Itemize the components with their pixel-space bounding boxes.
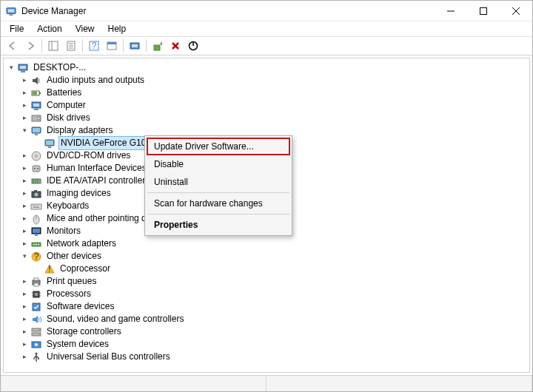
disable-button[interactable] bbox=[184, 38, 202, 54]
chevron-down-icon[interactable]: ▾ bbox=[20, 126, 29, 135]
chevron-right-icon[interactable]: ▸ bbox=[20, 328, 29, 337]
usb-icon bbox=[30, 351, 42, 363]
tree-label: Monitors bbox=[45, 225, 82, 237]
hid-icon bbox=[30, 163, 42, 175]
svg-rect-64 bbox=[36, 244, 37, 245]
tree-category[interactable]: ▸Universal Serial Bus controllers bbox=[7, 351, 529, 363]
chevron-right-icon[interactable]: ▸ bbox=[20, 315, 29, 324]
uninstall-button[interactable] bbox=[167, 38, 184, 54]
ctx-disable[interactable]: Disable bbox=[147, 155, 290, 173]
svg-rect-28 bbox=[33, 92, 37, 95]
chevron-right-icon[interactable]: ▸ bbox=[20, 227, 29, 236]
tree-category[interactable]: ▸Storage controllers bbox=[7, 325, 529, 338]
menu-view[interactable]: View bbox=[70, 22, 101, 36]
svg-rect-38 bbox=[46, 141, 53, 145]
menu-action[interactable]: Action bbox=[31, 22, 67, 36]
ctx-update-driver[interactable]: Update Driver Software... bbox=[147, 138, 290, 155]
tree-category[interactable]: ▸Computer bbox=[7, 99, 529, 112]
ctx-scan[interactable]: Scan for hardware changes bbox=[147, 195, 290, 212]
warn-icon: ! bbox=[44, 263, 56, 275]
chevron-right-icon[interactable]: ▸ bbox=[20, 189, 29, 198]
menu-help[interactable]: Help bbox=[102, 22, 133, 36]
svg-text:?: ? bbox=[34, 251, 39, 262]
close-button[interactable] bbox=[500, 1, 532, 21]
chevron-right-icon[interactable]: ▸ bbox=[20, 202, 29, 211]
chevron-right-icon[interactable]: ▸ bbox=[20, 114, 29, 123]
imaging-icon bbox=[30, 188, 42, 200]
svg-point-86 bbox=[33, 358, 35, 359]
svg-rect-63 bbox=[33, 244, 35, 245]
show-hide-console-tree-button[interactable] bbox=[44, 38, 62, 54]
help-button[interactable]: ? bbox=[85, 38, 103, 54]
view-button[interactable] bbox=[103, 38, 121, 54]
svg-rect-35 bbox=[33, 128, 40, 132]
back-button[interactable] bbox=[4, 38, 21, 54]
tree-label: Print queues bbox=[45, 275, 98, 288]
chevron-right-icon[interactable]: ▸ bbox=[20, 89, 29, 98]
ide-icon bbox=[30, 175, 42, 187]
chevron-right-icon[interactable]: ▸ bbox=[20, 353, 29, 362]
tree-category[interactable]: ▸Sound, video and game controllers bbox=[7, 313, 529, 325]
tree-category[interactable]: ▸Software devices bbox=[7, 300, 529, 313]
ctx-properties[interactable]: Properties bbox=[147, 216, 290, 234]
menu-file[interactable]: File bbox=[4, 22, 30, 36]
tree-device[interactable]: !Coprocessor bbox=[7, 263, 529, 275]
titlebar: Device Manager bbox=[1, 1, 532, 21]
processor-icon bbox=[30, 288, 42, 300]
chevron-right-icon[interactable]: ▸ bbox=[20, 164, 29, 173]
svg-point-43 bbox=[34, 168, 36, 169]
tree-category[interactable]: ▸Batteries bbox=[7, 87, 529, 99]
tree-category[interactable]: ▸Disk drives bbox=[7, 112, 529, 124]
chevron-down-icon[interactable]: ▾ bbox=[20, 252, 29, 261]
audio-icon bbox=[30, 75, 42, 87]
update-driver-button[interactable] bbox=[149, 38, 167, 54]
tree-label: IDE ATA/ATAPI controllers bbox=[45, 175, 151, 187]
forward-button[interactable] bbox=[21, 38, 39, 54]
properties-button[interactable] bbox=[62, 38, 80, 54]
tree-root-node[interactable]: ▾DESKTOP-... bbox=[7, 61, 529, 74]
tree-category[interactable]: ▸Processors bbox=[7, 288, 529, 300]
svg-rect-36 bbox=[35, 134, 38, 135]
svg-point-44 bbox=[37, 168, 38, 169]
other-icon: ? bbox=[30, 251, 42, 263]
chevron-right-icon[interactable]: ▸ bbox=[20, 290, 29, 299]
svg-rect-19 bbox=[154, 45, 160, 50]
chevron-down-icon[interactable]: ▾ bbox=[7, 64, 16, 72]
tree-category[interactable]: ▸Network adapters bbox=[7, 237, 529, 250]
chevron-right-icon[interactable]: ▸ bbox=[20, 303, 29, 311]
tree-label: Software devices bbox=[45, 300, 115, 313]
device-manager-window: Device Manager File Action View Help ? ▾… bbox=[0, 0, 533, 392]
svg-rect-30 bbox=[33, 104, 39, 107]
chevron-right-icon[interactable]: ▸ bbox=[20, 152, 29, 160]
chevron-right-icon[interactable]: ▸ bbox=[20, 340, 29, 349]
svg-rect-56 bbox=[33, 207, 39, 208]
tree-label: Storage controllers bbox=[45, 325, 123, 338]
svg-rect-60 bbox=[33, 229, 40, 233]
svg-point-84 bbox=[35, 343, 38, 346]
chevron-right-icon[interactable]: ▸ bbox=[20, 76, 29, 85]
scan-hardware-button[interactable] bbox=[126, 38, 144, 54]
chevron-right-icon[interactable]: ▸ bbox=[20, 240, 29, 249]
chevron-right-icon[interactable]: ▸ bbox=[20, 277, 29, 286]
disk-icon bbox=[30, 112, 42, 124]
chevron-right-icon[interactable]: ▸ bbox=[20, 101, 29, 110]
tree-category[interactable]: ▸Audio inputs and outputs bbox=[7, 74, 529, 87]
chevron-right-icon[interactable]: ▸ bbox=[20, 214, 29, 223]
svg-rect-61 bbox=[35, 234, 38, 236]
ctx-uninstall[interactable]: Uninstall bbox=[147, 173, 290, 191]
tree-category[interactable]: ▸System devices bbox=[7, 338, 529, 351]
context-menu: Update Driver Software... Disable Uninst… bbox=[144, 135, 292, 236]
svg-rect-25 bbox=[21, 71, 25, 72]
mouse-icon bbox=[30, 213, 42, 225]
minimize-button[interactable] bbox=[435, 1, 467, 21]
tree-category[interactable]: ▸Print queues bbox=[7, 275, 529, 288]
tree-category[interactable]: ▾?Other devices bbox=[7, 250, 529, 263]
chevron-right-icon[interactable]: ▸ bbox=[20, 177, 29, 186]
svg-rect-52 bbox=[31, 204, 41, 209]
system-icon bbox=[30, 339, 42, 351]
maximize-button[interactable] bbox=[467, 1, 500, 21]
tree-label: Other devices bbox=[45, 250, 103, 263]
svg-rect-39 bbox=[48, 146, 51, 148]
svg-text:!: ! bbox=[48, 264, 50, 274]
svg-point-81 bbox=[38, 329, 40, 331]
